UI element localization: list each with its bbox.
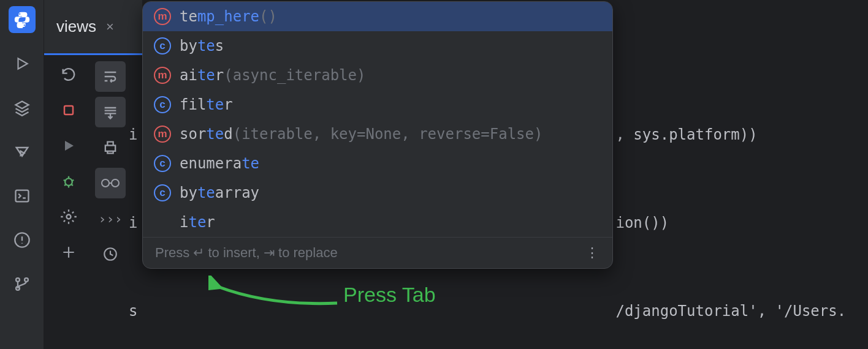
- autocomplete-item[interactable]: cenumerate: [143, 149, 612, 178]
- python-icon[interactable]: [9, 6, 36, 33]
- method-icon: m: [154, 8, 171, 25]
- debug-icon[interactable]: [55, 168, 82, 195]
- history-icon[interactable]: [95, 239, 126, 269]
- code-frag: /djangoTutorial', '/Users.: [615, 302, 846, 320]
- code-frag: ion()): [615, 214, 669, 231]
- autocomplete-item[interactable]: mtemp_here(): [143, 2, 612, 31]
- autocomplete-label: filter: [180, 96, 233, 113]
- console-tools-column-1: [50, 61, 87, 266]
- glasses-icon[interactable]: [95, 168, 126, 198]
- chevrons-icon[interactable]: ›››: [95, 203, 126, 234]
- method-icon: m: [154, 67, 171, 84]
- autocomplete-label: temp_here(): [180, 8, 277, 25]
- layers-icon[interactable]: [9, 94, 36, 121]
- class-icon: c: [154, 155, 171, 172]
- stop-icon[interactable]: [55, 97, 82, 124]
- add-icon[interactable]: [55, 239, 82, 266]
- svg-rect-5: [64, 106, 73, 114]
- print-icon[interactable]: [95, 132, 126, 163]
- autocomplete-label: iter: [180, 214, 215, 231]
- tab-title: views: [56, 17, 96, 36]
- action-bar: [0, 0, 44, 349]
- blank-icon: [154, 214, 171, 231]
- tab-views[interactable]: views ×: [44, 17, 126, 36]
- autocomplete-label: bytes: [180, 37, 224, 54]
- autocomplete-item[interactable]: msorted(iterable, key=None, reverse=Fals…: [143, 119, 612, 149]
- autocomplete-popup: mtemp_here()cbytesmaiter(async_iterable)…: [142, 1, 613, 269]
- terminal-icon[interactable]: [9, 182, 36, 209]
- annotation-text: Press Tab: [343, 283, 436, 307]
- autocomplete-label: aiter(async_iterable): [180, 67, 365, 84]
- scroll-end-icon[interactable]: [95, 97, 126, 127]
- rerun-icon[interactable]: [55, 61, 82, 88]
- autocomplete-label: bytearray: [180, 184, 259, 201]
- autocomplete-item[interactable]: cbytes: [143, 31, 612, 61]
- autocomplete-label: sorted(iterable, key=None, reverse=False…: [180, 126, 542, 143]
- class-icon: c: [154, 96, 171, 113]
- svg-point-9: [102, 179, 109, 187]
- code-frag: i: [129, 126, 137, 143]
- autocomplete-footer: Press ↵ to insert, ⇥ to replace ⋮: [143, 237, 612, 268]
- soft-wrap-icon[interactable]: [95, 61, 126, 92]
- run-target-icon[interactable]: [9, 138, 36, 165]
- code-frag: i: [129, 214, 137, 231]
- autocomplete-item[interactable]: cbytearray: [143, 178, 612, 208]
- method-icon: m: [154, 126, 171, 143]
- play-icon[interactable]: [9, 50, 36, 77]
- console-tools-column-2: ›››: [92, 61, 129, 269]
- vcs-branch-icon[interactable]: [9, 271, 36, 298]
- svg-point-2: [16, 278, 20, 282]
- resume-icon[interactable]: [55, 132, 82, 159]
- autocomplete-label: enumerate: [180, 155, 259, 172]
- autocomplete-hint: Press ↵ to insert, ⇥ to replace: [155, 245, 338, 261]
- svg-point-10: [112, 179, 119, 187]
- svg-point-4: [25, 278, 28, 282]
- settings-icon[interactable]: [55, 203, 82, 230]
- class-icon: c: [154, 37, 171, 54]
- code-frag: , sys.platform)): [615, 126, 757, 143]
- svg-rect-8: [105, 146, 115, 151]
- warning-icon[interactable]: [9, 227, 36, 253]
- code-frag: s: [129, 302, 137, 320]
- class-icon: c: [154, 184, 171, 201]
- more-icon[interactable]: ⋮: [585, 245, 600, 261]
- tab-strip: views ×: [44, 0, 142, 55]
- autocomplete-item[interactable]: cfilter: [143, 90, 612, 119]
- svg-rect-0: [15, 190, 28, 202]
- svg-point-7: [67, 215, 71, 219]
- autocomplete-item[interactable]: maiter(async_iterable): [143, 61, 612, 90]
- autocomplete-item[interactable]: iter: [143, 208, 612, 237]
- close-icon[interactable]: ×: [106, 19, 114, 35]
